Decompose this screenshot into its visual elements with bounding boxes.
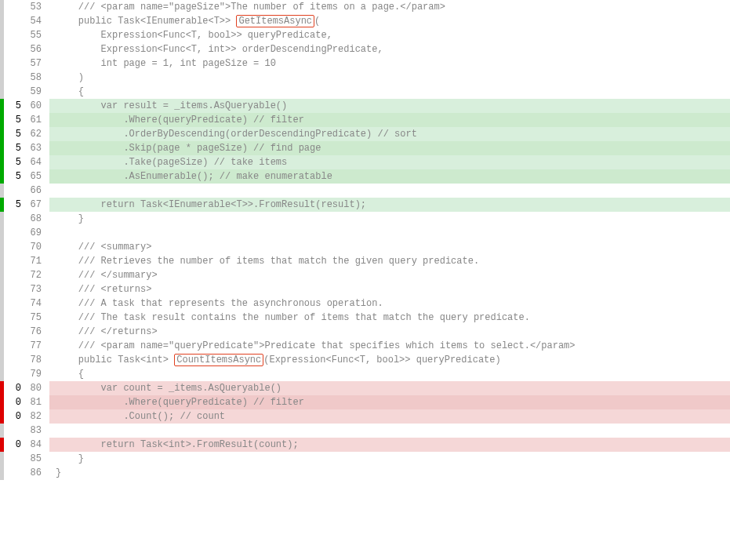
- line-number: 84: [26, 438, 49, 452]
- hit-count: [9, 424, 26, 438]
- line-number: 66: [26, 184, 49, 198]
- code-line: 081 .Where(queryPredicate) // filter: [0, 395, 730, 409]
- code-line: 76 /// </returns>: [0, 325, 730, 339]
- code-line: 71 /// Retrieves the number of items tha…: [0, 254, 730, 268]
- code-line: 560 var result = _items.AsQueryable(): [0, 99, 730, 113]
- code-line: 562 .OrderByDescending(orderDescendingPr…: [0, 127, 730, 141]
- hit-count: [9, 0, 26, 14]
- code-content: /// <summary>: [49, 240, 730, 254]
- line-number: 56: [26, 42, 49, 56]
- code-line: 59 {: [0, 85, 730, 99]
- code-content: /// </returns>: [49, 325, 730, 339]
- code-content: }: [49, 212, 730, 226]
- method-countitemsasync: CountItemsAsync: [174, 354, 263, 366]
- hit-count: 5: [9, 127, 26, 141]
- hit-count: [9, 28, 26, 42]
- code-line: 70 /// <summary>: [0, 240, 730, 254]
- hit-count: [9, 42, 26, 56]
- code-content: /// </summary>: [49, 268, 730, 282]
- hit-count: [9, 56, 26, 71]
- code-content: .Count(); // count: [49, 409, 730, 424]
- line-number: 73: [26, 282, 49, 296]
- hit-count: 0: [9, 381, 26, 395]
- hit-count: [9, 367, 26, 381]
- line-number: 65: [26, 169, 49, 184]
- hit-count: [9, 452, 26, 466]
- line-number: 54: [26, 14, 49, 28]
- code-content: [49, 184, 730, 198]
- hit-count: [9, 14, 26, 28]
- hit-count: 0: [9, 395, 26, 409]
- code-content: }: [49, 466, 730, 480]
- hit-count: [9, 71, 26, 85]
- line-number: 64: [26, 155, 49, 169]
- line-number: 75: [26, 311, 49, 325]
- line-number: 67: [26, 198, 49, 212]
- code-line: 83: [0, 424, 730, 438]
- code-content: var count = _items.AsQueryable(): [49, 381, 730, 395]
- code-line: 082 .Count(); // count: [0, 409, 730, 424]
- hit-count: 0: [9, 438, 26, 452]
- code-line: 68 }: [0, 212, 730, 226]
- code-line: 66: [0, 184, 730, 198]
- line-number: 69: [26, 226, 49, 240]
- hit-count: [9, 466, 26, 480]
- line-number: 72: [26, 268, 49, 282]
- line-number: 57: [26, 56, 49, 71]
- code-line: 77 /// <param name="queryPredicate">Pred…: [0, 339, 730, 353]
- code-line: 72 /// </summary>: [0, 268, 730, 282]
- code-line: 74 /// A task that represents the asynch…: [0, 296, 730, 311]
- code-line: 57 int page = 1, int pageSize = 10: [0, 56, 730, 71]
- hit-count: [9, 212, 26, 226]
- code-line: 567 return Task<IEnumerable<T>>.FromResu…: [0, 198, 730, 212]
- code-line: 53 /// <param name="pageSize">The number…: [0, 0, 730, 14]
- code-content: /// The task result contains the number …: [49, 311, 730, 325]
- code-content: .Where(queryPredicate) // filter: [49, 395, 730, 409]
- code-content: .AsEnumerable(); // make enumeratable: [49, 169, 730, 184]
- code-content: {: [49, 85, 730, 99]
- code-line: 55 Expression<Func<T, bool>> queryPredic…: [0, 28, 730, 42]
- hit-count: [9, 282, 26, 296]
- code-line: 564 .Take(pageSize) // take items: [0, 155, 730, 169]
- code-content: /// <param name="pageSize">The number of…: [49, 0, 730, 14]
- code-line: 563 .Skip(page * pageSize) // find page: [0, 141, 730, 155]
- hit-count: [9, 268, 26, 282]
- hit-count: 0: [9, 409, 26, 424]
- hit-count: 5: [9, 99, 26, 113]
- code-line: 78 public Task<int> CountItemsAsync(Expr…: [0, 353, 730, 367]
- line-number: 58: [26, 71, 49, 85]
- code-content: /// <param name="queryPredicate">Predica…: [49, 339, 730, 353]
- line-number: 80: [26, 381, 49, 395]
- line-number: 78: [26, 353, 49, 367]
- hit-count: [9, 226, 26, 240]
- code-content: }: [49, 452, 730, 466]
- line-number: 79: [26, 367, 49, 381]
- code-line: 080 var count = _items.AsQueryable(): [0, 381, 730, 395]
- code-content: return Task<int>.FromResult(count);: [49, 438, 730, 452]
- line-number: 76: [26, 325, 49, 339]
- code-line: 85 }: [0, 452, 730, 466]
- method-getitemsasync: GetItemsAsync: [236, 15, 314, 27]
- code-content: [49, 226, 730, 240]
- code-content: Expression<Func<T, int>> orderDescending…: [49, 42, 730, 56]
- code-line: 56 Expression<Func<T, int>> orderDescend…: [0, 42, 730, 56]
- line-number: 86: [26, 466, 49, 480]
- code-line: 54 public Task<IEnumerable<T>> GetItemsA…: [0, 14, 730, 28]
- line-number: 71: [26, 254, 49, 268]
- code-content: {: [49, 367, 730, 381]
- code-line: 58 ): [0, 71, 730, 85]
- hit-count: [9, 184, 26, 198]
- code-line: 565 .AsEnumerable(); // make enumeratabl…: [0, 169, 730, 184]
- code-line: 084 return Task<int>.FromResult(count);: [0, 438, 730, 452]
- code-line: 75 /// The task result contains the numb…: [0, 311, 730, 325]
- code-content: .Where(queryPredicate) // filter: [49, 113, 730, 127]
- hit-count: 5: [9, 198, 26, 212]
- code-content: public Task<int> CountItemsAsync(Express…: [49, 353, 730, 367]
- hit-count: [9, 311, 26, 325]
- line-number: 85: [26, 452, 49, 466]
- line-number: 81: [26, 395, 49, 409]
- line-number: 70: [26, 240, 49, 254]
- line-number: 77: [26, 339, 49, 353]
- code-line: 69: [0, 226, 730, 240]
- code-content: [49, 424, 730, 438]
